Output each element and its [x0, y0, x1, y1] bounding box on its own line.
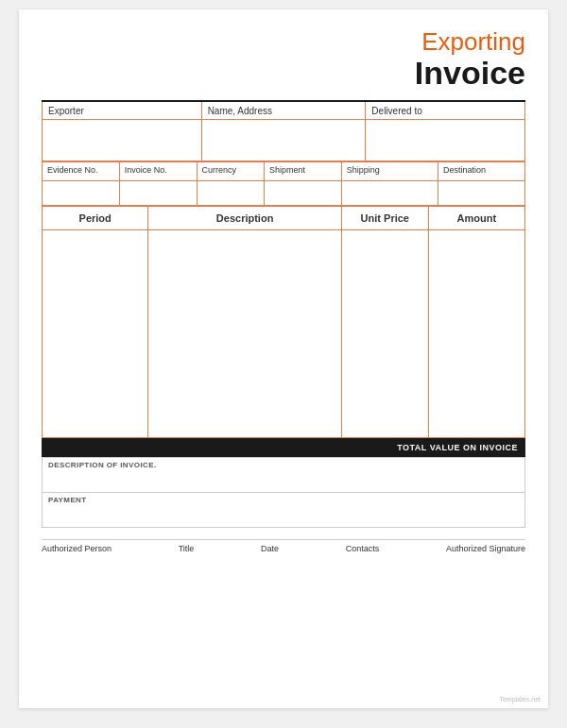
shipping-value[interactable]: [341, 181, 438, 206]
payment-content[interactable]: [43, 506, 524, 527]
exporter-label: Exporter: [43, 101, 202, 120]
sub-table: Evidence No. Invoice No. Currency Shipme…: [42, 161, 525, 206]
invoice-no-label: Invoice No.: [119, 162, 197, 181]
unit-price-header: Unit Price: [341, 207, 428, 230]
authorized-person: Authorized Person: [42, 544, 112, 553]
description-label: DESCRIPTION OF INVOICE.: [43, 458, 524, 471]
header: Exporting Invoice: [42, 28, 525, 91]
date: Date: [261, 544, 279, 553]
currency-label: Currency: [197, 162, 265, 181]
contacts: Contacts: [346, 544, 380, 553]
total-row: TOTAL VALUE ON INVOICE: [42, 438, 525, 457]
shipment-label: Shipment: [265, 162, 342, 181]
authorized-signature: Authorized Signature: [446, 544, 525, 553]
evidence-no-label: Evidence No.: [43, 162, 120, 181]
shipment-value[interactable]: [265, 181, 342, 206]
period-value[interactable]: [43, 230, 148, 438]
description-section: DESCRIPTION OF INVOICE.: [43, 458, 524, 493]
invoice-no-value[interactable]: [119, 181, 197, 206]
title: Title: [179, 544, 195, 553]
destination-label: Destination: [438, 162, 524, 181]
invoice-label: Invoice: [415, 56, 525, 91]
items-table: Period Description Unit Price Amount: [42, 206, 525, 438]
exporting-label: Exporting: [415, 28, 525, 56]
unit-price-value[interactable]: [341, 230, 428, 438]
evidence-no-value[interactable]: [43, 181, 120, 206]
description-header: Description: [148, 207, 341, 230]
amount-header: Amount: [428, 207, 524, 230]
title-block: Exporting Invoice: [415, 28, 525, 91]
invoice-page: Exporting Invoice Exporter Name, Address…: [19, 9, 548, 708]
shipping-label: Shipping: [341, 162, 438, 181]
delivered-to-value[interactable]: [366, 120, 525, 161]
name-address-label: Name, Address: [201, 101, 366, 120]
name-address-value[interactable]: [201, 120, 366, 161]
item-row: [43, 230, 525, 438]
destination-value[interactable]: [438, 181, 524, 206]
exporter-value[interactable]: [43, 120, 202, 161]
payment-label: PAYMENT: [43, 493, 524, 506]
payment-section: PAYMENT: [43, 493, 524, 527]
period-header: Period: [43, 207, 148, 230]
currency-value[interactable]: [197, 181, 265, 206]
footer: Authorized Person Title Date Contacts Au…: [42, 539, 525, 553]
delivered-to-label: Delivered to: [366, 101, 525, 120]
description-content[interactable]: [43, 471, 524, 492]
total-label: TOTAL VALUE ON INVOICE: [397, 443, 518, 452]
watermark: Templates.net: [499, 696, 541, 703]
sections-wrapper: DESCRIPTION OF INVOICE. PAYMENT: [42, 457, 525, 528]
description-value[interactable]: [148, 230, 341, 438]
amount-value[interactable]: [428, 230, 524, 438]
info-table: Exporter Name, Address Delivered to: [42, 100, 525, 162]
